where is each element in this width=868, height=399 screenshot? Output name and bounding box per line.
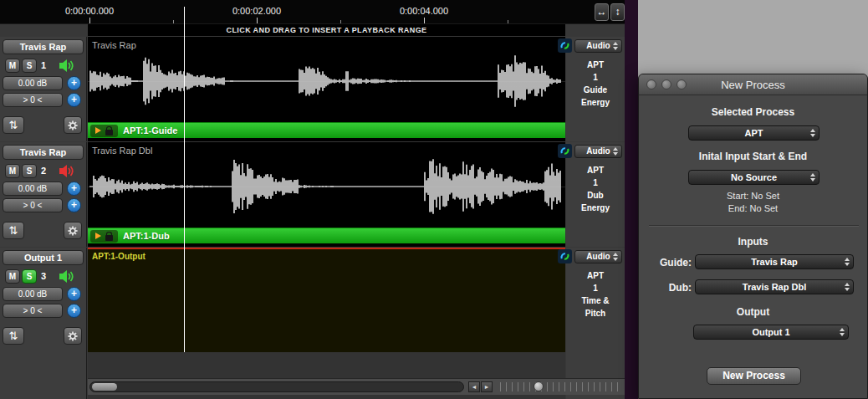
- track-type-value: Audio: [586, 41, 610, 50]
- zoom-slider-track[interactable]: [500, 382, 619, 391]
- lock-icon[interactable]: [105, 130, 113, 136]
- play-icon[interactable]: [95, 233, 101, 239]
- scroll-left-button[interactable]: ◄: [468, 381, 480, 392]
- new-process-dialog: New Process Selected Process APT Inital …: [638, 74, 868, 399]
- mute-button[interactable]: M: [5, 164, 20, 178]
- track-info-panel: Audio APT1 Time &Pitch: [566, 248, 625, 352]
- minimize-button[interactable]: [661, 79, 671, 90]
- output-dropdown[interactable]: Output 1: [693, 325, 849, 340]
- track-travis-rap: Travis Rap M S 1 0.00 dB + > 0 < + ⇅: [0, 37, 625, 141]
- ruler-tick: [89, 18, 90, 23]
- dub-dropdown[interactable]: Travis Rap Dbl: [695, 279, 854, 294]
- track-settings-button[interactable]: [64, 222, 82, 239]
- process-info: APT1 DubEnergy: [566, 164, 625, 214]
- track-name-button[interactable]: Travis Rap: [3, 145, 84, 160]
- gain-button[interactable]: 0.00 dB: [3, 182, 63, 196]
- playback-range-banner[interactable]: CLICK AND DRAG TO INSERT A PLAYBACK RANG…: [88, 24, 565, 36]
- add-gain-automation-button[interactable]: +: [67, 76, 81, 90]
- track-settings-button[interactable]: [64, 116, 82, 134]
- playhead-cursor[interactable]: [184, 7, 185, 352]
- scroll-right-button[interactable]: ►: [481, 381, 493, 392]
- add-range-automation-button[interactable]: +: [67, 304, 81, 318]
- add-range-automation-button[interactable]: +: [67, 93, 81, 107]
- process-bar-label: APT:1-Guide: [123, 125, 177, 136]
- reorder-track-button[interactable]: ⇅: [3, 222, 24, 239]
- dropdown-arrows-icon: [840, 328, 845, 336]
- zoom-button[interactable]: [677, 79, 687, 90]
- track-number: 2: [41, 166, 46, 176]
- horizontal-zoom-button[interactable]: ↔: [595, 3, 609, 21]
- solo-button[interactable]: S: [22, 164, 37, 178]
- ruler-tick: [424, 18, 425, 23]
- process-bar-guide[interactable]: APT:1-Guide: [88, 122, 565, 138]
- end-status: End: No Set: [639, 203, 867, 213]
- speaker-icon[interactable]: [59, 59, 76, 73]
- horizontal-scrollbar[interactable]: [89, 381, 464, 392]
- guide-value: Travis Rap: [751, 257, 798, 267]
- dropdown-arrows-icon: [810, 173, 815, 182]
- dialog-titlebar[interactable]: New Process: [639, 74, 867, 95]
- process-bar-dub[interactable]: APT:1-Dub: [88, 228, 565, 243]
- audio-clip-guide[interactable]: Travis Rap APT:1-Guide: [88, 37, 565, 141]
- range-button[interactable]: > 0 <: [3, 304, 63, 318]
- mute-button[interactable]: M: [5, 59, 20, 73]
- process-dropdown[interactable]: APT: [688, 125, 819, 141]
- dub-label: Dub:: [643, 282, 692, 294]
- bottom-left-panel: [0, 352, 87, 399]
- solo-button[interactable]: S: [22, 59, 37, 73]
- dropdown-arrows-icon: [613, 42, 618, 50]
- lock-icon[interactable]: [105, 235, 113, 241]
- process-info: APT1 Time &Pitch: [566, 269, 625, 320]
- add-range-automation-button[interactable]: +: [67, 198, 81, 212]
- guide-dropdown[interactable]: Travis Rap: [695, 254, 854, 269]
- track-settings-button[interactable]: [64, 327, 82, 345]
- group-link-icon[interactable]: [558, 249, 572, 263]
- dub-value: Travis Rap Dbl: [743, 282, 806, 292]
- mute-button[interactable]: M: [5, 269, 20, 284]
- add-gain-automation-button[interactable]: +: [67, 182, 81, 196]
- gain-button[interactable]: 0.00 dB: [3, 76, 63, 90]
- add-gain-automation-button[interactable]: +: [67, 287, 81, 301]
- initial-input-label: Inital Input Start & End: [639, 151, 867, 162]
- reorder-track-button[interactable]: ⇅: [3, 116, 24, 134]
- gain-button[interactable]: 0.00 dB: [3, 287, 63, 301]
- track-name-button[interactable]: Travis Rap: [3, 39, 84, 54]
- speaker-icon[interactable]: [59, 269, 76, 284]
- waveform: [88, 43, 565, 119]
- solo-button-active[interactable]: S: [22, 269, 37, 284]
- track-info-panel: Audio APT1 DubEnergy: [566, 142, 625, 247]
- process-value: APT: [745, 128, 763, 138]
- separator: [649, 225, 859, 227]
- selected-process-label: Selected Process: [639, 106, 867, 118]
- reorder-track-button[interactable]: ⇅: [3, 327, 24, 345]
- timeline-ruler[interactable]: 0:00:00.000 0:00:02.000 0:00:04.000 ↔ ↕: [0, 0, 625, 24]
- speaker-muted-icon[interactable]: [59, 164, 76, 178]
- process-bar-label: APT:1-Dub: [123, 231, 170, 241]
- track-type-dropdown[interactable]: Audio: [574, 39, 622, 53]
- audio-clip-dub[interactable]: Travis Rap Dbl APT:1-Dub: [88, 142, 565, 247]
- output-value: Output 1: [752, 327, 789, 337]
- track-type-dropdown[interactable]: Audio: [574, 250, 622, 263]
- source-value: No Source: [731, 172, 777, 182]
- group-link-icon[interactable]: [558, 38, 572, 53]
- new-process-button[interactable]: New Process: [707, 367, 801, 385]
- source-dropdown[interactable]: No Source: [688, 170, 819, 185]
- scrollbar-thumb[interactable]: [92, 383, 117, 391]
- track-type-value: Audio: [586, 146, 610, 156]
- track-type-dropdown[interactable]: Audio: [574, 145, 622, 158]
- track-output-1: Output 1 M S 3 0.00 dB + > 0 < + ⇅: [0, 248, 625, 352]
- track-name-button[interactable]: Output 1: [3, 250, 84, 265]
- close-button[interactable]: [646, 79, 656, 90]
- output-label: Output: [639, 306, 867, 318]
- track-header: Travis Rap M S 1 0.00 dB + > 0 < + ⇅: [0, 37, 87, 141]
- range-button[interactable]: > 0 <: [3, 93, 63, 107]
- group-link-icon[interactable]: [558, 144, 572, 158]
- play-icon[interactable]: [95, 127, 101, 134]
- output-clip[interactable]: APT:1-Output: [88, 248, 565, 352]
- range-button[interactable]: > 0 <: [3, 198, 63, 212]
- output-clip-label: APT:1-Output: [92, 252, 146, 261]
- zoom-slider-thumb[interactable]: [534, 381, 544, 391]
- audio-editor: 0:00:00.000 0:00:02.000 0:00:04.000 ↔ ↕ …: [0, 0, 625, 399]
- vertical-zoom-button[interactable]: ↕: [610, 3, 625, 21]
- process-bar-controls: [90, 230, 118, 243]
